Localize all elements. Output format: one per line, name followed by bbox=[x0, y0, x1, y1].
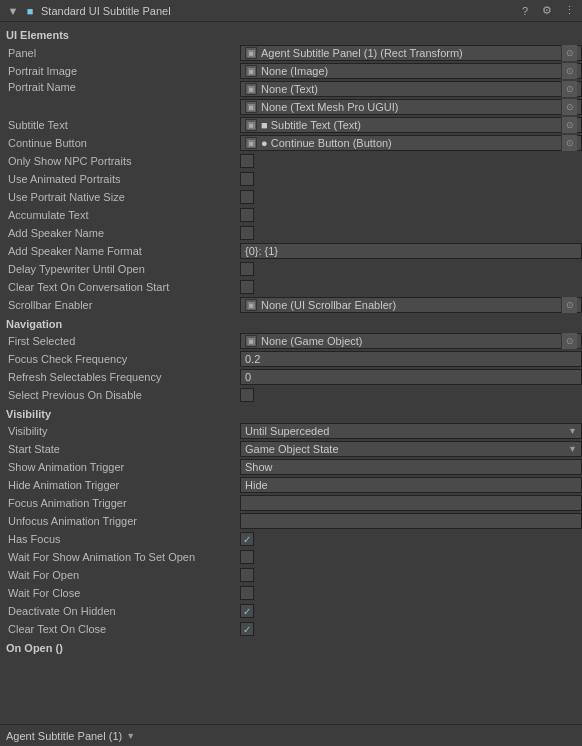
portrait-image-pick[interactable]: ⊙ bbox=[561, 63, 577, 79]
unfocus-anim-input[interactable] bbox=[240, 513, 582, 529]
hide-anim-value: Hide bbox=[240, 477, 582, 493]
wait-show-anim-value bbox=[240, 550, 582, 564]
use-animated-checkbox[interactable] bbox=[240, 172, 254, 186]
title-bar-icons: ▼ ■ bbox=[6, 4, 37, 18]
speaker-format-input[interactable]: {0}: {1} bbox=[240, 243, 582, 259]
has-focus-row: Has Focus bbox=[0, 530, 582, 548]
speaker-format-row: Add Speaker Name Format {0}: {1} bbox=[0, 242, 582, 260]
accumulate-text-row: Accumulate Text bbox=[0, 206, 582, 224]
settings-icon[interactable]: ⚙ bbox=[540, 4, 554, 18]
subtitle-text-row: Subtitle Text ▣ ■ Subtitle Text (Text) ⊙ bbox=[0, 116, 582, 134]
only-show-npc-checkbox[interactable] bbox=[240, 154, 254, 168]
panel-objref[interactable]: ▣ Agent Subtitle Panel (1) (Rect Transfo… bbox=[240, 45, 582, 61]
focus-anim-value bbox=[240, 495, 582, 511]
wait-close-checkbox[interactable] bbox=[240, 586, 254, 600]
add-speaker-name-checkbox[interactable] bbox=[240, 226, 254, 240]
subtitle-text-pick[interactable]: ⊙ bbox=[561, 117, 577, 133]
start-state-label: Start State bbox=[0, 443, 240, 455]
bottom-bar-arrow[interactable]: ▼ bbox=[126, 731, 135, 741]
portrait-name-pick-2[interactable]: ⊙ bbox=[561, 99, 577, 115]
wait-show-anim-checkbox[interactable] bbox=[240, 550, 254, 564]
portrait-image-text: None (Image) bbox=[261, 65, 328, 77]
help-icon[interactable]: ? bbox=[518, 4, 532, 18]
deactivate-hidden-row: Deactivate On Hidden bbox=[0, 602, 582, 620]
ui-elements-label: UI Elements bbox=[6, 29, 69, 41]
portrait-image-label: Portrait Image bbox=[0, 65, 240, 77]
scrollbar-icon: ▣ bbox=[245, 299, 257, 311]
clear-text-close-checkbox[interactable] bbox=[240, 622, 254, 636]
delay-typewriter-checkbox[interactable] bbox=[240, 262, 254, 276]
visibility-label: Visibility bbox=[6, 408, 51, 420]
show-anim-input[interactable]: Show bbox=[240, 459, 582, 475]
title-bar-actions: ? ⚙ ⋮ bbox=[518, 4, 576, 18]
focus-check-value: 0.2 bbox=[240, 351, 582, 367]
first-selected-objref[interactable]: ▣ None (Game Object) ⊙ bbox=[240, 333, 582, 349]
portrait-name-stack: ▣ None (Text) ⊙ ▣ None (Text Mesh Pro UG… bbox=[240, 81, 582, 115]
portrait-name-objref-2[interactable]: ▣ None (Text Mesh Pro UGUI) ⊙ bbox=[240, 99, 582, 115]
wait-close-row: Wait For Close bbox=[0, 584, 582, 602]
select-prev-disable-checkbox[interactable] bbox=[240, 388, 254, 402]
deactivate-hidden-checkbox[interactable] bbox=[240, 604, 254, 618]
deactivate-hidden-label: Deactivate On Hidden bbox=[0, 605, 240, 617]
visibility-field-label: Visibility bbox=[0, 425, 240, 437]
checkbox-icon[interactable]: ■ bbox=[23, 4, 37, 18]
speaker-format-label: Add Speaker Name Format bbox=[0, 245, 240, 257]
portrait-image-value: ▣ None (Image) ⊙ bbox=[240, 63, 582, 79]
navigation-section-header: Navigation bbox=[0, 314, 582, 332]
clear-text-close-row: Clear Text On Close bbox=[0, 620, 582, 638]
portrait-name-pick-1[interactable]: ⊙ bbox=[561, 81, 577, 97]
overflow-icon[interactable]: ⋮ bbox=[562, 4, 576, 18]
subtitle-text-value: ▣ ■ Subtitle Text (Text) ⊙ bbox=[240, 117, 582, 133]
clear-text-checkbox[interactable] bbox=[240, 280, 254, 294]
delay-typewriter-value bbox=[240, 262, 582, 276]
clear-text-value bbox=[240, 280, 582, 294]
accumulate-text-value bbox=[240, 208, 582, 222]
scrollbar-text: None (UI Scrollbar Enabler) bbox=[261, 299, 396, 311]
visibility-dropdown[interactable]: Until Superceded ▼ bbox=[240, 423, 582, 439]
wait-open-value bbox=[240, 568, 582, 582]
use-animated-label: Use Animated Portraits bbox=[0, 173, 240, 185]
subtitle-text-objref[interactable]: ▣ ■ Subtitle Text (Text) ⊙ bbox=[240, 117, 582, 133]
show-anim-row: Show Animation Trigger Show bbox=[0, 458, 582, 476]
focus-check-input[interactable]: 0.2 bbox=[240, 351, 582, 367]
refresh-selectables-label: Refresh Selectables Frequency bbox=[0, 371, 240, 383]
continue-button-pick[interactable]: ⊙ bbox=[561, 135, 577, 151]
hide-anim-label: Hide Animation Trigger bbox=[0, 479, 240, 491]
hide-anim-input[interactable]: Hide bbox=[240, 477, 582, 493]
select-prev-disable-value bbox=[240, 388, 582, 402]
visibility-dropdown-text: Until Superceded bbox=[245, 425, 329, 437]
accumulate-text-checkbox[interactable] bbox=[240, 208, 254, 222]
portrait-name-objref-1[interactable]: ▣ None (Text) ⊙ bbox=[240, 81, 582, 97]
refresh-selectables-input[interactable]: 0 bbox=[240, 369, 582, 385]
portrait-name-value: ▣ None (Text) ⊙ ▣ None (Text Mesh Pro UG… bbox=[240, 81, 582, 115]
speaker-format-value: {0}: {1} bbox=[240, 243, 582, 259]
continue-button-objref[interactable]: ▣ ● Continue Button (Button) ⊙ bbox=[240, 135, 582, 151]
continue-button-icon: ▣ bbox=[245, 137, 257, 149]
start-state-dropdown[interactable]: Game Object State ▼ bbox=[240, 441, 582, 457]
title-bar: ▼ ■ Standard UI Subtitle Panel ? ⚙ ⋮ bbox=[0, 0, 582, 22]
portrait-image-icon: ▣ bbox=[245, 65, 257, 77]
scrollbar-objref[interactable]: ▣ None (UI Scrollbar Enabler) ⊙ bbox=[240, 297, 582, 313]
fold-icon[interactable]: ▼ bbox=[6, 4, 20, 18]
wait-show-anim-row: Wait For Show Animation To Set Open bbox=[0, 548, 582, 566]
use-portrait-native-row: Use Portrait Native Size bbox=[0, 188, 582, 206]
subtitle-text-label: Subtitle Text bbox=[0, 119, 240, 131]
wait-open-row: Wait For Open bbox=[0, 566, 582, 584]
focus-anim-input[interactable] bbox=[240, 495, 582, 511]
scrollbar-pick[interactable]: ⊙ bbox=[561, 297, 577, 313]
bottom-bar: Agent Subtitle Panel (1) ▼ bbox=[0, 724, 582, 746]
panel-row: Panel ▣ Agent Subtitle Panel (1) (Rect T… bbox=[0, 44, 582, 62]
focus-anim-label: Focus Animation Trigger bbox=[0, 497, 240, 509]
focus-check-row: Focus Check Frequency 0.2 bbox=[0, 350, 582, 368]
add-speaker-name-row: Add Speaker Name bbox=[0, 224, 582, 242]
has-focus-checkbox[interactable] bbox=[240, 532, 254, 546]
portrait-name-icon-1: ▣ bbox=[245, 83, 257, 95]
first-selected-pick[interactable]: ⊙ bbox=[561, 333, 577, 349]
focus-check-label: Focus Check Frequency bbox=[0, 353, 240, 365]
wait-open-checkbox[interactable] bbox=[240, 568, 254, 582]
accumulate-text-label: Accumulate Text bbox=[0, 209, 240, 221]
panel-obj-pick[interactable]: ⊙ bbox=[561, 45, 577, 61]
delay-typewriter-label: Delay Typewriter Until Open bbox=[0, 263, 240, 275]
use-portrait-native-checkbox[interactable] bbox=[240, 190, 254, 204]
portrait-image-objref[interactable]: ▣ None (Image) ⊙ bbox=[240, 63, 582, 79]
